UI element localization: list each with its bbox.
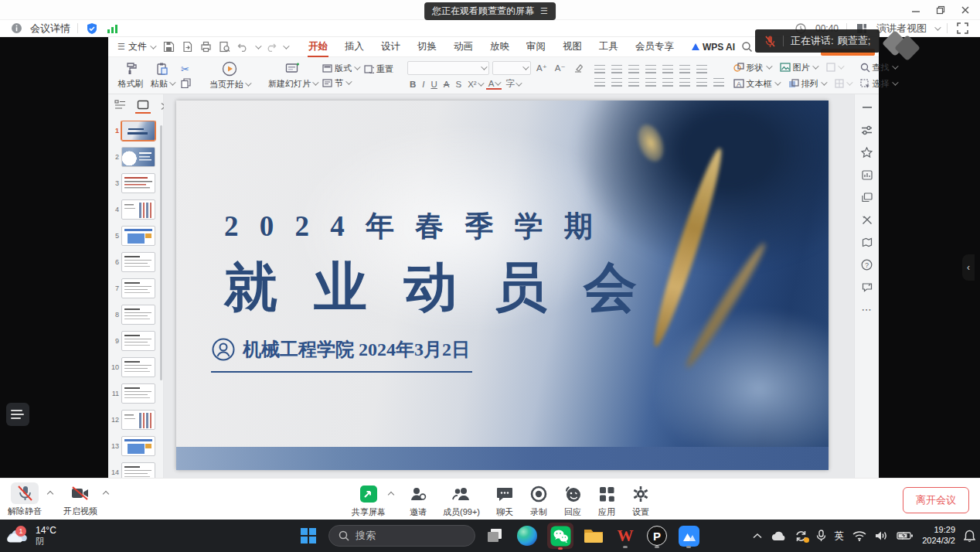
paragraph-layout-icon[interactable]: [696, 65, 707, 73]
paste-button[interactable]: 粘贴: [149, 62, 175, 90]
clear-format-button[interactable]: [571, 63, 585, 73]
properties-icon[interactable]: [860, 123, 874, 137]
shapes-button[interactable]: 形状: [733, 62, 771, 73]
char-spacing-button[interactable]: 字: [503, 78, 522, 90]
font-family-select[interactable]: [407, 61, 489, 75]
search-icon[interactable]: [740, 40, 754, 54]
slide-thumbnail-7[interactable]: [121, 278, 155, 298]
export-icon[interactable]: [181, 40, 195, 54]
feedback-icon[interactable]: [860, 280, 874, 294]
banner-menu-icon[interactable]: ☰: [540, 6, 548, 16]
tab-design[interactable]: 设计: [373, 37, 409, 56]
meeting-details-label[interactable]: 会议详情: [30, 22, 70, 36]
share-screen-button[interactable]: 共享屏幕: [352, 483, 386, 518]
fullscreen-icon[interactable]: [955, 22, 969, 36]
redo-menu-chevron[interactable]: [283, 43, 289, 49]
reactions-button[interactable]: 回应: [563, 483, 582, 518]
wps-ai-button[interactable]: WPS AI: [692, 42, 735, 53]
audio-options-chevron[interactable]: [47, 491, 53, 497]
section-button[interactable]: 节: [322, 77, 359, 89]
slide-view-tab[interactable]: [137, 100, 149, 112]
decrease-font-button[interactable]: A⁻: [553, 63, 568, 73]
picture-button[interactable]: 图片: [780, 62, 817, 73]
tools-icon[interactable]: [860, 213, 874, 227]
start-button[interactable]: [297, 524, 320, 547]
slide-thumbnail-5[interactable]: [121, 226, 155, 246]
font-size-select[interactable]: [492, 61, 531, 75]
tab-tools[interactable]: 工具: [590, 37, 627, 56]
superscript-button[interactable]: X²: [465, 80, 485, 89]
p-app-icon[interactable]: P: [645, 524, 669, 547]
taskbar-search[interactable]: 搜索: [328, 525, 475, 547]
wechat-icon[interactable]: [547, 523, 573, 549]
tab-member[interactable]: 会员专享: [627, 37, 682, 56]
columns-icon[interactable]: [679, 78, 690, 87]
copy-button[interactable]: [181, 78, 191, 88]
underline-button[interactable]: U: [429, 80, 440, 89]
align-center-icon[interactable]: [611, 78, 622, 87]
slide-thumbnail-12[interactable]: [121, 410, 155, 430]
font-color-button[interactable]: A: [486, 79, 502, 90]
align-right-icon[interactable]: [628, 78, 639, 87]
close-button[interactable]: [957, 3, 974, 17]
taskbar-clock[interactable]: 19:29 2024/3/2: [922, 525, 955, 547]
network-signal-icon[interactable]: [106, 22, 120, 36]
sidebar-collapse-handle[interactable]: ‹: [962, 254, 975, 281]
chart-icon[interactable]: [860, 168, 874, 182]
layers-icon[interactable]: [860, 190, 874, 204]
apps-button[interactable]: 应用: [597, 483, 616, 518]
slide-thumbnail-14[interactable]: [121, 462, 155, 478]
minimize-button[interactable]: [907, 3, 924, 17]
tab-animation[interactable]: 动画: [445, 37, 481, 56]
tencent-meeting-icon[interactable]: [677, 524, 700, 547]
chat-button[interactable]: 聊天: [495, 483, 514, 518]
wifi-icon[interactable]: [852, 530, 866, 541]
strike-button[interactable]: A: [441, 80, 452, 89]
help-icon[interactable]: ?: [860, 257, 874, 271]
weather-widget[interactable]: 1 14°C 阴: [0, 525, 56, 547]
text-direction-icon[interactable]: [662, 65, 673, 73]
tab-view[interactable]: 视图: [554, 37, 590, 56]
new-slide-button[interactable]: 新建幻灯片: [268, 62, 317, 90]
notification-bell-icon[interactable]: [964, 530, 975, 542]
start-video-button[interactable]: 开启视频: [63, 482, 97, 517]
reset-button[interactable]: 重置: [364, 63, 393, 75]
slide-title-line2[interactable]: 就 业 动 员 会: [224, 252, 648, 323]
invite-button[interactable]: 邀请: [409, 483, 427, 518]
collapse-rail-icon[interactable]: [860, 101, 874, 114]
print-preview-icon[interactable]: [218, 40, 232, 54]
slide-thumbnail-2[interactable]: [121, 147, 155, 167]
indent-decrease-icon[interactable]: [628, 65, 639, 73]
outline-view-tab[interactable]: [114, 100, 126, 112]
watching-banner[interactable]: 您正在观看顾萱萱的屏幕 ☰: [424, 2, 556, 20]
share-options-chevron[interactable]: [388, 492, 394, 498]
view-mode-label[interactable]: 演讲者视图: [876, 22, 927, 36]
undo-icon[interactable]: [236, 40, 250, 54]
slide-thumbnail-10[interactable]: [121, 357, 155, 377]
cut-button[interactable]: ✂: [181, 63, 191, 75]
format-painter-button[interactable]: 格式刷: [117, 62, 144, 90]
slide-canvas[interactable]: 2 0 2 4 年 春 季 学 期 就 业 动 员 会 机械工程学院 2024年…: [176, 101, 829, 470]
increase-font-button[interactable]: A⁺: [534, 63, 550, 73]
slide-thumbnail-1[interactable]: [121, 121, 155, 141]
slide-thumbnail-8[interactable]: [121, 305, 155, 325]
redo-icon[interactable]: [264, 40, 278, 54]
undo-menu-chevron[interactable]: [255, 43, 261, 49]
textbox-button[interactable]: A文本框: [733, 78, 779, 90]
tab-transition[interactable]: 切换: [409, 37, 445, 56]
info-icon[interactable]: [9, 22, 23, 36]
align-left-icon[interactable]: [594, 78, 605, 87]
line-spacing-icon[interactable]: [679, 65, 690, 73]
slide-thumbnail-11[interactable]: [121, 383, 155, 404]
numbered-list-icon[interactable]: [611, 65, 622, 73]
leave-meeting-button[interactable]: 离开会议: [903, 487, 969, 513]
video-options-chevron[interactable]: [103, 491, 109, 497]
indent-increase-icon[interactable]: [645, 65, 656, 73]
security-shield-icon[interactable]: [85, 22, 99, 36]
onedrive-icon[interactable]: [771, 530, 786, 541]
battery-icon[interactable]: [897, 531, 914, 540]
select-button[interactable]: 选择: [860, 78, 897, 90]
shadow-button[interactable]: S: [454, 80, 464, 89]
floating-list-button[interactable]: [6, 403, 29, 426]
slide-thumbnail-13[interactable]: [121, 436, 155, 456]
